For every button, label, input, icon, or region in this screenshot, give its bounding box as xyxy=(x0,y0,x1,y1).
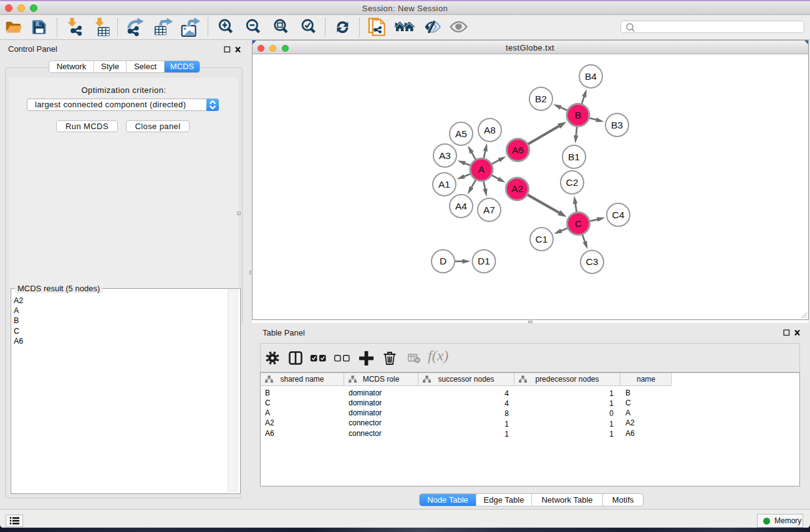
svg-text:B: B xyxy=(574,109,581,120)
svg-text:C1: C1 xyxy=(535,233,547,244)
svg-text:D1: D1 xyxy=(478,256,490,266)
svg-text:B4: B4 xyxy=(585,70,597,81)
svg-text:A4: A4 xyxy=(455,200,467,211)
svg-text:B1: B1 xyxy=(568,151,580,162)
svg-text:A8: A8 xyxy=(484,124,496,135)
svg-text:A1: A1 xyxy=(438,178,450,189)
svg-text:A6: A6 xyxy=(512,144,524,155)
svg-text:B2: B2 xyxy=(535,93,547,104)
svg-text:C2: C2 xyxy=(566,177,578,187)
svg-text:A7: A7 xyxy=(483,204,495,215)
svg-text:B3: B3 xyxy=(611,119,623,130)
svg-text:A2: A2 xyxy=(511,183,523,194)
svg-text:A: A xyxy=(478,164,485,175)
svg-text:A5: A5 xyxy=(455,128,467,138)
svg-text:D: D xyxy=(439,256,446,266)
svg-text:A3: A3 xyxy=(439,150,451,160)
svg-text:C4: C4 xyxy=(612,209,624,220)
svg-text:C3: C3 xyxy=(586,256,598,267)
svg-text:C: C xyxy=(574,218,581,228)
